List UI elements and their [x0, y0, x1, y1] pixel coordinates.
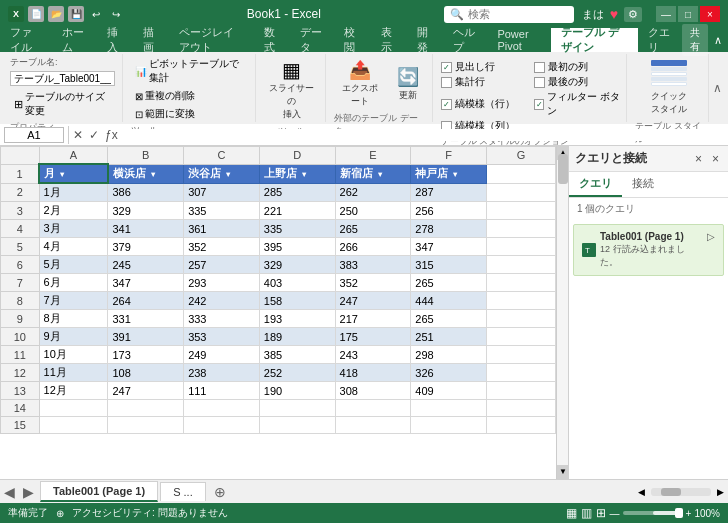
cell-12-4[interactable]: 418	[335, 364, 411, 382]
collapse-ribbon-icon[interactable]: ∧	[714, 34, 722, 47]
resize-table-btn[interactable]: ⊞ テーブルのサイズ変更	[10, 89, 116, 119]
cell-13-1[interactable]: 247	[108, 382, 184, 400]
tab-pagelayout[interactable]: ページレイアウト	[169, 28, 254, 52]
cell-15-3[interactable]	[259, 417, 335, 434]
cell-b1[interactable]: 横浜店 ▾	[108, 164, 184, 183]
table-name-input[interactable]	[10, 71, 115, 86]
sheet-nav-right[interactable]: ▶	[19, 484, 38, 500]
cell-12-5[interactable]: 326	[411, 364, 487, 382]
cell-15-2[interactable]	[184, 417, 260, 434]
tab-review[interactable]: 校閲	[334, 28, 370, 52]
cell-11-3[interactable]: 385	[259, 346, 335, 364]
cell-6-5[interactable]: 315	[411, 256, 487, 274]
cell-e1[interactable]: 新宿店 ▾	[335, 164, 411, 183]
cell-15-4[interactable]	[335, 417, 411, 434]
cell-10-3[interactable]: 189	[259, 328, 335, 346]
cell-g-9[interactable]	[487, 310, 556, 328]
maximize-button[interactable]: □	[678, 6, 698, 22]
cell-3-5[interactable]: 256	[411, 202, 487, 220]
refresh-btn[interactable]: 🔄 更新	[390, 63, 426, 104]
vertical-scrollbar[interactable]: ▲ ▼	[556, 146, 568, 479]
cell-11-0[interactable]: 10月	[39, 346, 108, 364]
cell-12-0[interactable]: 11月	[39, 364, 108, 382]
cell-8-5[interactable]: 444	[411, 292, 487, 310]
tab-insert[interactable]: 挿入	[97, 28, 133, 52]
cell-5-4[interactable]: 266	[335, 238, 411, 256]
cell-7-0[interactable]: 6月	[39, 274, 108, 292]
cell-3-0[interactable]: 2月	[39, 202, 108, 220]
cell-5-3[interactable]: 395	[259, 238, 335, 256]
cell-8-3[interactable]: 158	[259, 292, 335, 310]
cell-f1[interactable]: 神戸店 ▾	[411, 164, 487, 183]
undo-icon[interactable]: ↩	[88, 6, 104, 22]
dropdown-c1[interactable]: ▾	[226, 170, 230, 179]
cell-2-2[interactable]: 307	[184, 183, 260, 202]
panel-tab-query[interactable]: クエリ	[569, 172, 622, 197]
slicer-btn[interactable]: ▦ スライサーの挿入	[264, 56, 319, 123]
cell-8-1[interactable]: 264	[108, 292, 184, 310]
cell-c1[interactable]: 渋谷店 ▾	[184, 164, 260, 183]
cell-g-6[interactable]	[487, 256, 556, 274]
cell-a1[interactable]: 月 ▾	[39, 164, 108, 183]
cell-11-4[interactable]: 243	[335, 346, 411, 364]
cell-g-3[interactable]	[487, 202, 556, 220]
header-row-check[interactable]: 見出し行	[441, 60, 527, 74]
last-col-check[interactable]: 最後の列	[534, 75, 620, 89]
cell-9-1[interactable]: 331	[108, 310, 184, 328]
ribbon-collapse-icon[interactable]: ∧	[711, 54, 724, 122]
col-header-g[interactable]: G	[487, 147, 556, 165]
panel-collapse-icon[interactable]: ×	[692, 151, 705, 167]
cell-g-8[interactable]	[487, 292, 556, 310]
cell-g-2[interactable]	[487, 183, 556, 202]
cell-5-0[interactable]: 4月	[39, 238, 108, 256]
cell-g-12[interactable]	[487, 364, 556, 382]
cell-12-3[interactable]: 252	[259, 364, 335, 382]
cell-8-0[interactable]: 7月	[39, 292, 108, 310]
cell-6-4[interactable]: 383	[335, 256, 411, 274]
tab-draw[interactable]: 描画	[133, 28, 169, 52]
new-file-icon[interactable]: 📄	[28, 6, 44, 22]
cell-3-2[interactable]: 335	[184, 202, 260, 220]
tab-tabledesign[interactable]: テーブル デザイン	[551, 28, 638, 52]
panel-tab-connection[interactable]: 接続	[622, 172, 664, 197]
cell-6-0[interactable]: 5月	[39, 256, 108, 274]
cell-14-1[interactable]	[108, 400, 184, 417]
pivot-btn[interactable]: 📊 ピボットテーブルで集計	[131, 56, 249, 86]
cell-g-13[interactable]	[487, 382, 556, 400]
cell-9-0[interactable]: 8月	[39, 310, 108, 328]
formula-confirm-icon[interactable]: ✓	[89, 128, 99, 142]
cell-14-4[interactable]	[335, 400, 411, 417]
minimize-button[interactable]: —	[656, 6, 676, 22]
cell-15-1[interactable]	[108, 417, 184, 434]
col-header-b[interactable]: B	[108, 147, 184, 165]
redo-icon[interactable]: ↪	[108, 6, 124, 22]
cell-g1[interactable]	[487, 164, 556, 183]
cell-4-0[interactable]: 3月	[39, 220, 108, 238]
cell-10-4[interactable]: 175	[335, 328, 411, 346]
cell-14-3[interactable]	[259, 400, 335, 417]
dropdown-a1[interactable]: ▾	[60, 170, 64, 179]
cell-9-5[interactable]: 265	[411, 310, 487, 328]
cell-10-1[interactable]: 391	[108, 328, 184, 346]
cell-7-3[interactable]: 403	[259, 274, 335, 292]
h-scroll-left[interactable]: ◀	[638, 487, 645, 497]
cell-15-0[interactable]	[39, 417, 108, 434]
search-input[interactable]	[468, 8, 568, 20]
col-header-f[interactable]: F	[411, 147, 487, 165]
cell-5-2[interactable]: 352	[184, 238, 260, 256]
tab-home[interactable]: ホーム	[52, 28, 96, 52]
col-header-e[interactable]: E	[335, 147, 411, 165]
col-header-d[interactable]: D	[259, 147, 335, 165]
formula-cancel-icon[interactable]: ✕	[73, 128, 83, 142]
tab-formula[interactable]: 数式	[254, 28, 290, 52]
cell-9-3[interactable]: 193	[259, 310, 335, 328]
cell-d1[interactable]: 上野店 ▾	[259, 164, 335, 183]
cell-4-4[interactable]: 265	[335, 220, 411, 238]
cell-g-7[interactable]	[487, 274, 556, 292]
cell-13-4[interactable]: 308	[335, 382, 411, 400]
cell-reference-input[interactable]	[4, 127, 64, 143]
zoom-slider-thumb[interactable]	[675, 508, 683, 518]
share-button[interactable]: 共有	[682, 24, 708, 56]
close-button[interactable]: ×	[700, 6, 720, 22]
query-item[interactable]: T Table001 (Page 1) 12 行読み込まれました。 ▷	[573, 224, 724, 276]
